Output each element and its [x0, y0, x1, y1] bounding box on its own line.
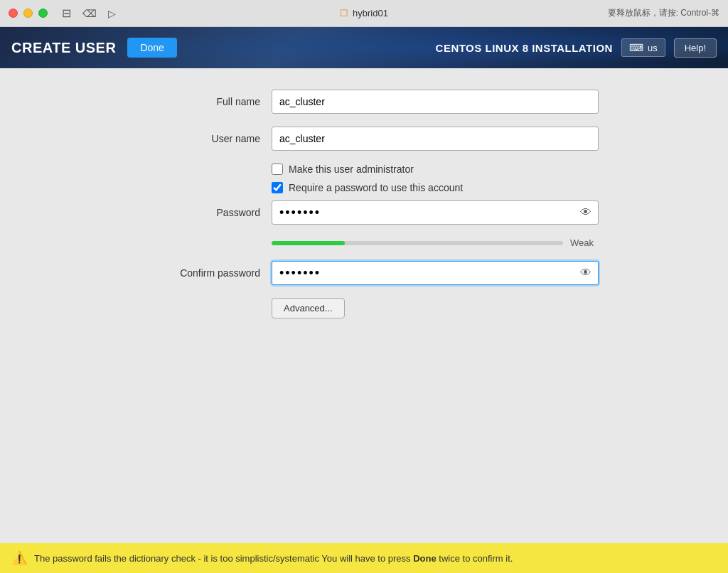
confirm-password-toggle-icon[interactable]: 👁	[580, 267, 592, 279]
admin-checkbox-label: Make this user administrator	[289, 164, 414, 175]
confirm-password-input[interactable]	[272, 261, 599, 285]
close-button[interactable]	[9, 9, 18, 18]
confirm-password-label: Confirm password	[129, 267, 272, 279]
confirm-password-wrapper: 👁	[272, 261, 599, 285]
require-password-checkbox[interactable]	[272, 182, 283, 193]
window-title: ☐ hybrid01	[340, 8, 388, 18]
user-name-row: User name	[129, 127, 599, 151]
help-button[interactable]: Help!	[674, 38, 717, 58]
require-password-label: Require a password to use this account	[289, 182, 463, 193]
page-title: CREATE USER	[11, 40, 116, 56]
maximize-button[interactable]	[38, 9, 48, 18]
admin-checkbox[interactable]	[272, 164, 283, 175]
header-right: CENTOS LINUX 8 INSTALLATION ⌨ us Help!	[436, 38, 717, 58]
strength-bar-fill	[272, 241, 345, 245]
back-icon[interactable]: ⌫	[82, 8, 97, 19]
strength-row: Weak	[272, 237, 599, 248]
admin-checkbox-row: Make this user administrator	[272, 164, 599, 175]
password-row: Password 👁	[129, 200, 599, 225]
password-input[interactable]	[272, 200, 599, 225]
user-name-label: User name	[129, 133, 272, 144]
full-name-row: Full name	[129, 90, 599, 114]
forward-icon[interactable]: ▷	[108, 8, 116, 19]
user-name-input[interactable]	[272, 127, 599, 151]
nav-controls: ⊟ ⌫ ▷	[62, 6, 116, 20]
password-wrapper: 👁	[272, 200, 599, 225]
warning-text: The password fails the dictionary check …	[34, 553, 513, 564]
keyboard-icon: ⌨	[629, 42, 643, 53]
centos-title: CENTOS LINUX 8 INSTALLATION	[436, 42, 613, 54]
title-bar: ⊟ ⌫ ▷ ☐ hybrid01 要释放鼠标，请按: Control-⌘	[0, 0, 728, 27]
main-content: Full name User name Make this user admin…	[0, 68, 728, 543]
window-title-text: hybrid01	[353, 8, 388, 18]
strength-bar-container	[272, 241, 563, 245]
advanced-row: Advanced...	[272, 298, 599, 318]
keyboard-lang: us	[648, 43, 658, 53]
password-toggle-icon[interactable]: 👁	[580, 206, 592, 219]
traffic-lights	[9, 9, 48, 18]
require-password-row: Require a password to use this account	[272, 182, 599, 193]
keyboard-indicator[interactable]: ⌨ us	[621, 38, 665, 57]
advanced-button[interactable]: Advanced...	[272, 298, 345, 318]
warning-icon: ⚠️	[11, 550, 27, 566]
strength-label: Weak	[570, 237, 599, 248]
full-name-input[interactable]	[272, 90, 599, 114]
confirm-password-row: Confirm password 👁	[129, 261, 599, 285]
sidebar-toggle-icon[interactable]: ⊟	[62, 6, 71, 20]
warning-bar: ⚠️ The password fails the dictionary che…	[0, 543, 728, 573]
window-icon: ☐	[340, 8, 348, 18]
header-left: CREATE USER Done	[11, 38, 177, 58]
create-user-form: Full name User name Make this user admin…	[115, 90, 613, 318]
password-label: Password	[129, 207, 272, 218]
full-name-label: Full name	[129, 96, 272, 107]
app-header: CREATE USER Done CENTOS LINUX 8 INSTALLA…	[0, 27, 728, 68]
minimize-button[interactable]	[23, 9, 33, 18]
title-bar-hint: 要释放鼠标，请按: Control-⌘	[608, 7, 719, 19]
done-button[interactable]: Done	[127, 38, 176, 58]
